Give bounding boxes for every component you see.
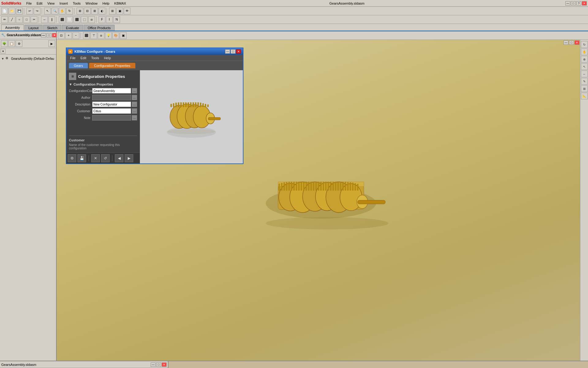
bp-close[interactable]: ✕ [162,362,167,367]
tab-assembly[interactable]: Assembly [1,25,24,31]
note-btn[interactable]: … [132,115,137,121]
tb-select[interactable]: ↖ [44,8,51,14]
tb2-iso[interactable]: I [106,16,113,23]
description-input[interactable]: New Configurator [92,102,131,107]
tb2-sketch[interactable]: ✏ [1,16,8,23]
tb-component[interactable]: ⊞ [77,8,83,14]
help-button[interactable]: ? [576,1,581,6]
menu-window[interactable]: Window [83,1,100,6]
view-dim[interactable]: ↔ [581,71,588,77]
bp-max[interactable]: □ [156,362,161,367]
rt-view-3d[interactable]: ⬛ [83,32,90,39]
view-zoom[interactable]: ⊕ [581,56,588,63]
kbmax-minimize[interactable]: — [225,49,230,54]
sidebar-close[interactable]: ✕ [52,33,57,37]
description-btn[interactable]: … [132,102,137,107]
tb2-wire[interactable]: ⬜ [66,16,73,23]
rt-view-top[interactable]: ⊤ [90,32,97,39]
panel-close[interactable]: ✕ [575,40,579,45]
kbmax-tab-config[interactable]: Configuration Properties [89,63,135,68]
config-code-btn[interactable]: … [132,88,137,94]
close-button[interactable]: ✕ [582,1,587,6]
sidebar-max[interactable]: □ [47,33,51,37]
footer-cancel-btn[interactable]: ✕ [91,154,100,162]
tb2-line[interactable]: ╱ [9,16,15,23]
fm-tree[interactable]: 🌳 [1,40,8,47]
kbmax-close[interactable]: ✕ [236,49,241,54]
rt-zoom-fit[interactable]: ⊡ [58,32,65,39]
tab-evaluate[interactable]: Evaluate [62,25,83,31]
tb-section[interactable]: ▣ [116,8,123,14]
config-code-input[interactable]: GearsAssembly [92,88,131,94]
kbmax-menu-file[interactable]: File [68,56,78,60]
author-input[interactable] [92,95,131,100]
tb-save[interactable]: 💾 [16,8,23,14]
menu-tools[interactable]: Tools [70,1,83,6]
tb-new[interactable]: 📄 [1,8,8,14]
kbmax-menu-help[interactable]: Help [101,56,113,60]
minimize-button[interactable]: — [565,1,570,6]
kbmax-menu-tools[interactable]: Tools [89,56,102,60]
tb2-circle[interactable]: ○ [16,16,23,23]
tb2-front[interactable]: F [99,16,105,23]
tb2-norm[interactable]: N [113,16,120,23]
rt-section[interactable]: ▣ [120,32,126,39]
panel-max[interactable]: □ [569,40,574,45]
tree-assembly[interactable]: ▼ ⚙ GearsAssembly (Default<Defau [1,56,55,61]
tab-office[interactable]: Office Products [84,25,115,31]
tb-open[interactable]: 📁 [9,8,15,14]
view-measure[interactable]: 📐 [581,93,588,99]
kbmax-menu-edit[interactable]: Edit [78,56,89,60]
filter-btn[interactable]: ▼ [1,49,6,54]
view-note[interactable]: ✎ [581,78,588,85]
tb-undo[interactable]: ↩ [26,8,33,14]
fm-expand[interactable]: ▶ [48,40,55,47]
rt-view-iso[interactable]: ⧈ [98,32,104,39]
rt-appear[interactable]: 🎨 [112,32,119,39]
sidebar-min[interactable]: — [41,33,46,37]
kbmax-maximize[interactable]: □ [231,49,236,54]
tb2-persp[interactable]: ⧈ [88,16,95,23]
tb2-trim[interactable]: ✂ [31,16,37,23]
menu-kbmax[interactable]: KBMAX [112,1,129,6]
menu-insert[interactable]: Insert [57,1,70,6]
view-pan[interactable]: ✋ [581,48,588,55]
tb-view[interactable]: 👁 [124,8,130,14]
tb-hide[interactable]: ◐ [99,8,105,14]
fm-props[interactable]: 📋 [8,40,15,47]
bp-min[interactable]: — [151,362,156,367]
customer-input[interactable]: Citius [92,108,131,114]
tb-explode[interactable]: ⊞ [109,8,116,14]
view-select[interactable]: ↖ [581,63,588,70]
customer-btn[interactable]: … [132,108,137,114]
view-rotate[interactable]: ↻ [581,41,588,48]
tab-layout[interactable]: Layout [24,25,43,31]
tb-rotate[interactable]: ↻ [66,8,73,14]
panel-min[interactable]: — [564,40,568,45]
tb-redo[interactable]: ↪ [34,8,40,14]
note-input[interactable] [92,115,131,121]
footer-save-btn[interactable]: 💾 [77,154,86,162]
menu-view[interactable]: View [45,1,57,6]
tb-mate[interactable]: ⊟ [84,8,91,14]
footer-refresh-btn[interactable]: ↺ [101,154,110,162]
rt-lights[interactable]: 💡 [105,32,112,39]
maximize-button[interactable]: □ [571,1,576,6]
menu-file[interactable]: File [24,1,34,6]
tb2-shaded[interactable]: ⬛ [74,16,80,23]
view-snap[interactable]: ⊞ [581,85,588,92]
tb2-edge[interactable]: ⬚ [81,16,88,23]
tab-sketch[interactable]: Sketch [43,25,62,31]
tb-pattern[interactable]: ⊞ [91,8,98,14]
tb-zoom[interactable]: 🔍 [51,8,58,14]
kbmax-tab-gears[interactable]: Gears [69,63,88,68]
fm-config[interactable]: ⚙ [16,40,22,47]
menu-edit[interactable]: Edit [34,1,45,6]
menu-help[interactable]: Help [100,1,112,6]
rt-zoom-out[interactable]: − [73,32,79,39]
tb-pan[interactable]: ✋ [59,8,66,14]
footer-next-btn[interactable]: ▶ [125,154,133,162]
tb2-rel[interactable]: ∥ [48,16,55,23]
tb2-rect[interactable]: □ [23,16,30,23]
author-btn[interactable]: … [132,95,137,100]
